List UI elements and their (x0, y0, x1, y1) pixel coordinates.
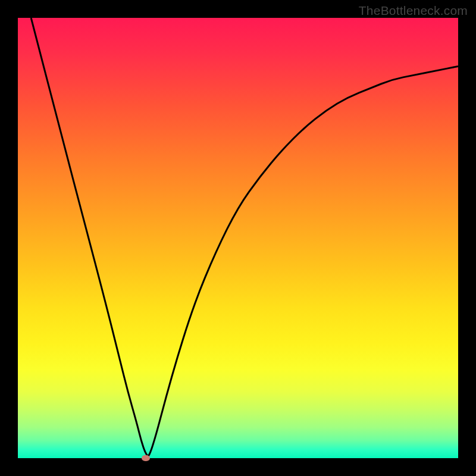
curve-svg (18, 18, 458, 458)
chart-frame: TheBottleneck.com (0, 0, 476, 476)
plot-area (18, 18, 458, 458)
optimal-point-marker (142, 455, 150, 461)
bottleneck-curve (31, 18, 458, 456)
watermark-text: TheBottleneck.com (359, 4, 468, 18)
